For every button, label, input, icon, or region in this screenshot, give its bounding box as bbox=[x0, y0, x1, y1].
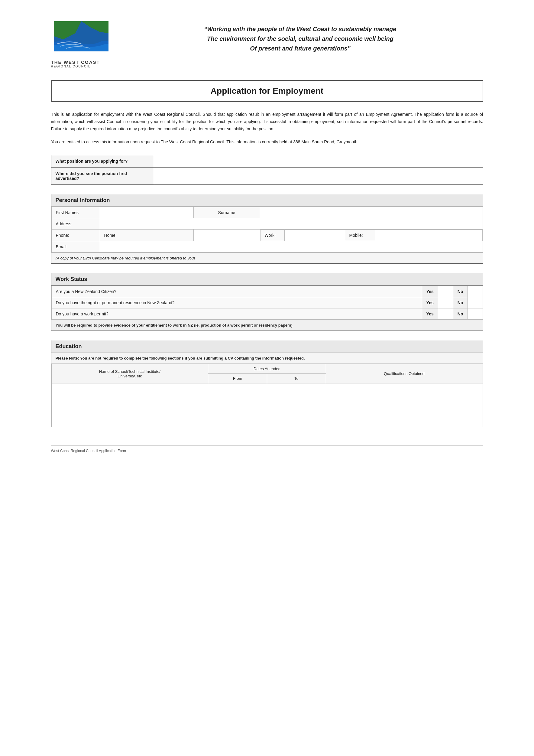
address-label: Address: bbox=[51, 218, 100, 230]
footer-right: 1 bbox=[481, 449, 483, 453]
advertised-label: Where did you see the position first adv… bbox=[51, 168, 154, 185]
phone-row: Phone: Home: Work: Mobile: bbox=[51, 230, 483, 241]
phone-label: Phone: bbox=[51, 230, 100, 241]
work-label: Work: bbox=[260, 230, 284, 241]
surname-label: Surname bbox=[193, 207, 260, 218]
personal-info-section: Personal Information First Names Surname… bbox=[51, 194, 483, 264]
edu-from-2[interactable] bbox=[208, 394, 267, 405]
ws-no-label-1: No bbox=[453, 286, 468, 297]
personal-info-table: First Names Surname Address: Phone: Home… bbox=[51, 207, 483, 253]
title-box: Application for Employment bbox=[51, 80, 483, 102]
header: THE WEST COAST REGIONAL COUNCIL “Working… bbox=[51, 18, 483, 68]
position-label: What position are you applying for? bbox=[51, 155, 154, 168]
email-label: Email: bbox=[51, 241, 100, 253]
ws-q1: Are you a New Zealand Citizen? bbox=[51, 286, 422, 297]
edu-qual-2[interactable] bbox=[326, 394, 483, 405]
position-table: What position are you applying for? Wher… bbox=[51, 155, 483, 185]
ws-yes-label-3: Yes bbox=[422, 309, 438, 320]
education-header: Education bbox=[51, 340, 483, 353]
ws-yes-box-1[interactable] bbox=[438, 286, 453, 297]
mobile-label: Mobile: bbox=[345, 230, 375, 241]
position-row2: Where did you see the position first adv… bbox=[51, 168, 483, 185]
address-row: Address: bbox=[51, 218, 483, 230]
org-subtitle: REGIONAL COUNCIL bbox=[51, 65, 117, 68]
address-value[interactable] bbox=[100, 218, 483, 230]
surname-value[interactable] bbox=[260, 207, 483, 218]
birth-cert-note: (A copy of your Birth Certificate may be… bbox=[51, 253, 483, 263]
advertised-value[interactable] bbox=[154, 168, 483, 185]
intro-para2: You are entitled to access this informat… bbox=[51, 139, 483, 146]
tagline: “Working with the people of the West Coa… bbox=[117, 24, 483, 53]
edu-col1-header: Name of School/Technical Institute/Unive… bbox=[51, 364, 208, 384]
edu-from-1[interactable] bbox=[208, 384, 267, 394]
personal-info-header: Personal Information bbox=[51, 194, 483, 207]
tagline-area: “Working with the people of the West Coa… bbox=[117, 18, 483, 53]
work-status-header: Work Status bbox=[51, 273, 483, 286]
footer: West Coast Regional Council Application … bbox=[51, 446, 483, 453]
ws-no-box-3[interactable] bbox=[468, 309, 483, 320]
edu-to-1[interactable] bbox=[267, 384, 326, 394]
ws-no-box-2[interactable] bbox=[468, 297, 483, 309]
edu-from-3[interactable] bbox=[208, 405, 267, 416]
home-value[interactable] bbox=[193, 230, 260, 241]
ws-no-label-3: No bbox=[453, 309, 468, 320]
position-value[interactable] bbox=[154, 155, 483, 168]
name-row: First Names Surname bbox=[51, 207, 483, 218]
edu-data-row-3 bbox=[51, 405, 483, 416]
edu-from-4[interactable] bbox=[208, 416, 267, 427]
ws-no-box-1[interactable] bbox=[468, 286, 483, 297]
ws-q3: Do you have a work permit? bbox=[51, 309, 422, 320]
edu-qual-header: Qualifications Obtained bbox=[326, 364, 483, 384]
edu-to-3[interactable] bbox=[267, 405, 326, 416]
logo-icon bbox=[51, 18, 112, 57]
edu-to-header: To bbox=[267, 374, 326, 384]
edu-to-4[interactable] bbox=[267, 416, 326, 427]
work-status-section: Work Status Are you a New Zealand Citize… bbox=[51, 273, 483, 331]
ws-yes-box-3[interactable] bbox=[438, 309, 453, 320]
ws-no-label-2: No bbox=[453, 297, 468, 309]
ws-row3: Do you have a work permit? Yes No bbox=[51, 309, 483, 320]
page-title: Application for Employment bbox=[57, 86, 477, 96]
edu-school-4[interactable] bbox=[51, 416, 208, 427]
edu-school-1[interactable] bbox=[51, 384, 208, 394]
edu-to-2[interactable] bbox=[267, 394, 326, 405]
edu-from-header: From bbox=[208, 374, 267, 384]
education-table: Name of School/Technical Institute/Unive… bbox=[51, 364, 483, 427]
email-row: Email: bbox=[51, 241, 483, 253]
first-names-label: First Names bbox=[51, 207, 100, 218]
org-name: THE WEST COAST bbox=[51, 60, 117, 65]
email-value[interactable] bbox=[100, 241, 483, 253]
position-row1: What position are you applying for? bbox=[51, 155, 483, 168]
education-section: Education Please Note: You are not requi… bbox=[51, 340, 483, 427]
first-names-value[interactable] bbox=[100, 207, 193, 218]
ws-yes-label-2: Yes bbox=[422, 297, 438, 309]
edu-dates-header: Dates Attended bbox=[208, 364, 326, 374]
ws-note: You will be required to provide evidence… bbox=[51, 320, 483, 331]
edu-qual-4[interactable] bbox=[326, 416, 483, 427]
ws-row1: Are you a New Zealand Citizen? Yes No bbox=[51, 286, 483, 297]
edu-data-row-2 bbox=[51, 394, 483, 405]
edu-data-row-1 bbox=[51, 384, 483, 394]
edu-header-row1: Name of School/Technical Institute/Unive… bbox=[51, 364, 483, 374]
logo-area: THE WEST COAST REGIONAL COUNCIL bbox=[51, 18, 117, 68]
ws-q2: Do you have the right of permanent resid… bbox=[51, 297, 422, 309]
ws-yes-label-1: Yes bbox=[422, 286, 438, 297]
edu-data-row-4 bbox=[51, 416, 483, 427]
edu-qual-1[interactable] bbox=[326, 384, 483, 394]
work-status-table: Are you a New Zealand Citizen? Yes No Do… bbox=[51, 286, 483, 320]
edu-qual-3[interactable] bbox=[326, 405, 483, 416]
education-note: Please Note: You are not required to com… bbox=[51, 353, 483, 364]
mobile-value[interactable] bbox=[375, 230, 483, 241]
ws-row2: Do you have the right of permanent resid… bbox=[51, 297, 483, 309]
edu-school-2[interactable] bbox=[51, 394, 208, 405]
home-label: Home: bbox=[100, 230, 193, 241]
footer-left: West Coast Regional Council Application … bbox=[51, 449, 126, 453]
edu-school-3[interactable] bbox=[51, 405, 208, 416]
work-value[interactable] bbox=[284, 230, 345, 241]
phone-sub-table: Work: Mobile: bbox=[260, 230, 483, 241]
intro-para1: This is an application for employment wi… bbox=[51, 111, 483, 132]
ws-yes-box-2[interactable] bbox=[438, 297, 453, 309]
